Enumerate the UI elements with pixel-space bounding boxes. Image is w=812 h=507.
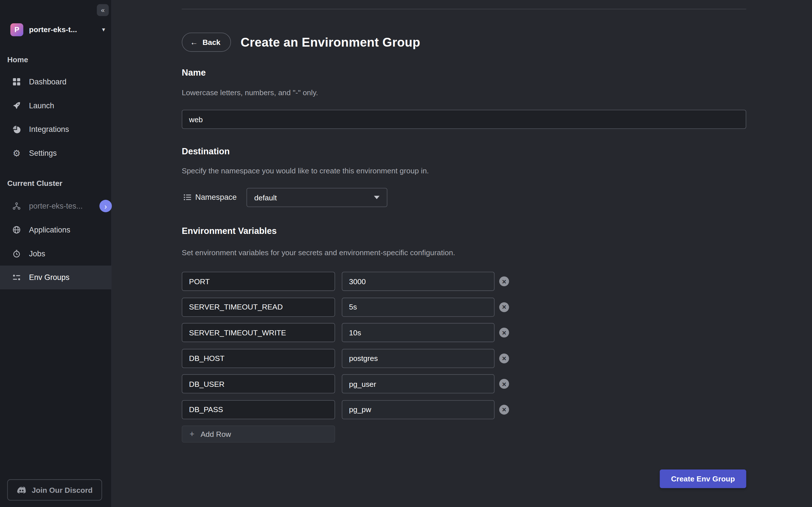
join-discord-button[interactable]: Join Our Discord <box>7 480 102 501</box>
cluster-name: porter-eks-tes... <box>29 202 83 210</box>
remove-row-button[interactable]: × <box>499 328 509 338</box>
destination-helper-text: Specify the namespace you would like to … <box>182 167 429 175</box>
sidebar-item-cluster[interactable]: porter-eks-tes... <box>0 194 111 218</box>
sidebar-item-applications[interactable]: Applications <box>0 218 111 242</box>
namespace-selected-value: default <box>254 193 277 202</box>
remove-row-button[interactable]: × <box>499 404 509 414</box>
plus-icon: + <box>190 430 195 439</box>
add-row-label: Add Row <box>201 430 231 438</box>
env-value-input[interactable] <box>342 297 494 316</box>
remove-row-button[interactable]: × <box>499 379 509 389</box>
cluster-expand-badge[interactable]: › <box>100 200 112 212</box>
content-column: ← Back Create an Environment Group Name … <box>182 0 746 507</box>
sidebar-item-label: Launch <box>29 102 54 110</box>
namespace-label: Namespace <box>195 193 237 202</box>
home-section-label: Home <box>7 55 28 64</box>
env-value-input[interactable] <box>342 400 494 419</box>
sidebar-item-label: Jobs <box>29 249 45 258</box>
page-title: Create an Environment Group <box>240 35 420 49</box>
env-key-input[interactable] <box>182 297 335 316</box>
discord-icon <box>17 486 27 494</box>
env-variables-helper-text: Set environment variables for your secre… <box>182 248 455 257</box>
env-variables-heading: Environment Variables <box>182 226 277 236</box>
namespace-dropdown[interactable]: default <box>247 188 387 207</box>
add-row-button[interactable]: + Add Row <box>182 426 335 443</box>
env-value-input[interactable] <box>342 323 494 342</box>
cluster-icon <box>12 202 21 211</box>
sidebar-item-jobs[interactable]: Jobs <box>0 242 111 266</box>
sidebar-item-label: Applications <box>29 226 70 234</box>
env-var-row: × <box>182 272 509 291</box>
namespace-row: Namespace default <box>182 188 746 207</box>
remove-row-button[interactable]: × <box>499 353 509 363</box>
applications-icon <box>12 225 21 234</box>
env-key-input[interactable] <box>182 272 335 291</box>
sidebar-item-label: Dashboard <box>29 77 66 86</box>
integrations-icon <box>12 125 21 134</box>
header-row: ← Back Create an Environment Group <box>182 33 420 52</box>
back-label: Back <box>203 38 220 46</box>
org-logo: P <box>10 23 23 36</box>
jobs-icon <box>12 249 21 258</box>
env-key-input[interactable] <box>182 400 335 419</box>
env-key-input[interactable] <box>182 323 335 342</box>
env-variables-block: × × × × × × + Add Row <box>182 272 509 443</box>
sidebar-item-env-groups[interactable]: Env Groups <box>0 266 111 289</box>
back-button[interactable]: ← Back <box>182 33 230 52</box>
rocket-icon <box>12 101 21 110</box>
sidebar-item-label: Env Groups <box>29 273 69 282</box>
sidebar-item-launch[interactable]: Launch <box>0 94 111 118</box>
remove-row-button[interactable]: × <box>499 302 509 312</box>
name-helper-text: Lowercase letters, numbers, and "-" only… <box>182 89 318 97</box>
env-var-row: × <box>182 374 509 393</box>
env-var-row: × <box>182 297 509 316</box>
name-input[interactable] <box>182 110 746 129</box>
cluster-section-label: Current Cluster <box>7 179 62 187</box>
org-selector[interactable]: P porter-eks-t... ▾ <box>10 22 105 37</box>
env-var-row: × <box>182 349 509 368</box>
back-arrow-icon: ← <box>190 38 198 47</box>
chevron-down-icon <box>374 195 380 199</box>
app-window: « P porter-eks-t... ▾ Home Dashboard Lau… <box>0 0 812 507</box>
create-env-group-button[interactable]: Create Env Group <box>660 469 746 488</box>
env-groups-icon <box>12 273 21 282</box>
main-area: ← Back Create an Environment Group Name … <box>112 0 812 507</box>
cluster-nav-list: porter-eks-tes... Applications Jobs Env … <box>0 194 111 289</box>
env-key-input[interactable] <box>182 349 335 368</box>
org-name: porter-eks-t... <box>29 25 99 34</box>
sidebar-item-integrations[interactable]: Integrations <box>0 117 111 141</box>
env-key-input[interactable] <box>182 374 335 393</box>
env-value-input[interactable] <box>342 349 494 368</box>
chevron-right-icon: › <box>104 202 107 210</box>
env-value-input[interactable] <box>342 272 494 291</box>
env-var-row: × <box>182 323 509 342</box>
sidebar: « P porter-eks-t... ▾ Home Dashboard Lau… <box>0 0 112 507</box>
gear-icon: ⚙ <box>12 149 21 158</box>
name-heading: Name <box>182 68 206 78</box>
collapse-sidebar-button[interactable]: « <box>97 4 109 16</box>
top-divider <box>182 9 746 9</box>
env-rows: × × × × × × <box>182 272 509 419</box>
home-nav-list: Dashboard Launch Integrations ⚙ Settings <box>0 70 111 165</box>
destination-heading: Destination <box>182 146 230 157</box>
env-value-input[interactable] <box>342 374 494 393</box>
sidebar-item-settings[interactable]: ⚙ Settings <box>0 141 111 165</box>
collapse-icon: « <box>101 6 105 14</box>
caret-down-icon: ▾ <box>102 26 105 33</box>
discord-label: Join Our Discord <box>32 486 92 494</box>
namespace-list-icon <box>183 193 192 201</box>
remove-row-button[interactable]: × <box>499 277 509 286</box>
sidebar-item-label: Integrations <box>29 125 69 133</box>
sidebar-item-label: Settings <box>29 149 57 158</box>
sidebar-item-dashboard[interactable]: Dashboard <box>0 70 111 94</box>
env-var-row: × <box>182 400 509 419</box>
dashboard-icon <box>12 77 21 87</box>
